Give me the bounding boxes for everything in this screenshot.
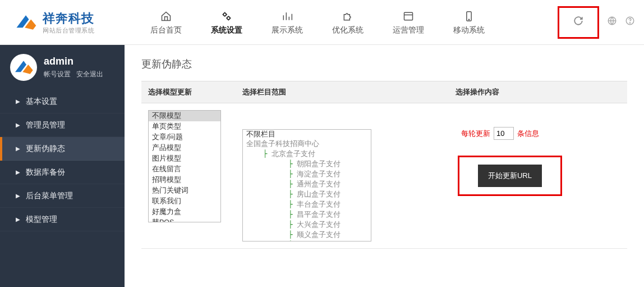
content-area: 更新伪静态 选择模型更新 选择栏目范围 选择操作内容 不限模型单页类型文章/问题…	[125, 45, 644, 287]
svg-point-1	[227, 16, 230, 19]
model-option[interactable]: 产品模型	[149, 143, 220, 153]
batch-suffix-label: 条信息	[517, 129, 539, 139]
tree-option[interactable]: ├ 丰台盒子支付	[243, 199, 371, 209]
svg-rect-2	[404, 12, 413, 20]
logo-mark-icon	[13, 10, 38, 35]
model-option[interactable]: 图片模型	[149, 153, 220, 164]
tree-option[interactable]: ├ 房山盒子支付	[243, 189, 371, 199]
tree-option[interactable]: 全国盒子科技招商中心	[243, 139, 371, 149]
caret-right-icon: ▶	[16, 145, 20, 152]
sidebar-item-label: 数据库备份	[26, 167, 65, 177]
header-col-model: 选择模型更新	[141, 81, 236, 103]
tree-option[interactable]: ├ 海淀盒子支付	[243, 169, 371, 179]
model-option[interactable]: 好魔力盒	[149, 207, 220, 217]
sidebar-item-1[interactable]: ▶管理员管理	[0, 113, 125, 137]
model-option[interactable]: 慧POS	[149, 217, 220, 222]
sidebar-item-label: 管理员管理	[26, 120, 65, 130]
nav-item-0[interactable]: 后台首页	[136, 6, 196, 39]
page-title: 更新伪静态	[141, 57, 627, 71]
mobile-icon	[439, 10, 499, 23]
home-icon	[136, 10, 196, 23]
nav-label: 优化系统	[318, 25, 378, 35]
nav-item-2[interactable]: 展示系统	[257, 6, 318, 39]
nav-label: 运营管理	[378, 25, 439, 35]
avatar	[10, 54, 37, 81]
nav-item-5[interactable]: 移动系统	[439, 6, 499, 39]
tree-option[interactable]: ├ 顺义盒子支付	[243, 230, 371, 240]
logo-subtitle: 网站后台管理系统	[43, 26, 94, 35]
tree-option[interactable]: ├ 昌平盒子支付	[243, 209, 371, 220]
refresh-highlight-box	[558, 6, 599, 39]
sidebar-item-5[interactable]: ▶模型管理	[0, 208, 125, 231]
sidebar: admin 帐号设置安全退出 ▶基本设置▶管理员管理▶更新伪静态▶数据库备份▶后…	[0, 45, 125, 287]
section-header: 选择模型更新 选择栏目范围 选择操作内容	[141, 81, 627, 103]
top-bar: 祥奔科技 网站后台管理系统 后台首页系统设置展示系统优化系统运营管理移动系统	[0, 0, 644, 45]
top-nav: 后台首页系统设置展示系统优化系统运营管理移动系统	[136, 6, 499, 39]
svg-point-7	[629, 22, 630, 23]
model-option[interactable]: 文章/问题	[149, 132, 220, 143]
caret-right-icon: ▶	[16, 122, 20, 128]
user-block: admin 帐号设置安全退出	[0, 45, 125, 90]
refresh-icon[interactable]	[573, 16, 583, 29]
side-menu: ▶基本设置▶管理员管理▶更新伪静态▶数据库备份▶后台菜单管理▶模型管理	[0, 90, 125, 231]
sidebar-item-0[interactable]: ▶基本设置	[0, 90, 125, 113]
puzzle-icon	[318, 10, 378, 23]
model-option[interactable]: 不限模型	[149, 111, 220, 121]
batch-size-row: 每轮更新 条信息	[461, 127, 620, 140]
gears-icon	[196, 10, 257, 23]
model-option[interactable]: 热门关键词	[149, 185, 220, 196]
batch-size-input[interactable]	[494, 127, 514, 140]
tree-option[interactable]: ├ 通州盒子支付	[243, 179, 371, 189]
tree-option[interactable]: ├ 大兴盒子支付	[243, 220, 371, 230]
logout-link[interactable]: 安全退出	[76, 70, 103, 78]
update-button-highlight-box: 开始更新URL	[458, 156, 562, 196]
account-settings-link[interactable]: 帐号设置	[44, 70, 71, 78]
logo: 祥奔科技 网站后台管理系统	[13, 10, 126, 35]
caret-right-icon: ▶	[16, 216, 20, 222]
model-option[interactable]: 在线留言	[149, 164, 220, 175]
globe-icon[interactable]	[607, 16, 617, 29]
model-option[interactable]: 招聘模型	[149, 175, 220, 185]
bars-icon	[257, 10, 318, 23]
start-update-button[interactable]: 开始更新URL	[478, 165, 542, 187]
caret-right-icon: ▶	[16, 98, 20, 104]
user-name: admin	[44, 56, 109, 67]
model-option[interactable]: 联系我们	[149, 196, 220, 207]
sidebar-item-label: 模型管理	[26, 215, 57, 225]
sidebar-item-label: 更新伪静态	[26, 144, 65, 154]
nav-item-1[interactable]: 系统设置	[196, 6, 257, 39]
caret-right-icon: ▶	[16, 193, 20, 199]
sidebar-item-label: 基本设置	[26, 97, 57, 107]
help-icon[interactable]	[625, 16, 635, 29]
category-treebox[interactable]: 不限栏目全国盒子科技招商中心 ├ 北京盒子支付 ├ 朝阳盒子支付 ├ 海淀盒子支…	[242, 129, 371, 242]
nav-label: 移动系统	[439, 25, 499, 35]
header-col-scope: 选择栏目范围	[236, 81, 449, 103]
caret-right-icon: ▶	[16, 169, 20, 175]
nav-item-4[interactable]: 运营管理	[378, 6, 439, 39]
nav-label: 展示系统	[257, 25, 318, 35]
tree-option[interactable]: ├ 西城盒子支付	[243, 240, 371, 242]
tree-option[interactable]: ├ 北京盒子支付	[243, 149, 371, 159]
svg-point-0	[223, 13, 226, 16]
header-col-action: 选择操作内容	[449, 81, 627, 103]
sidebar-item-2[interactable]: ▶更新伪静态	[0, 137, 125, 161]
tree-option[interactable]: ├ 朝阳盒子支付	[243, 159, 371, 169]
nav-item-3[interactable]: 优化系统	[318, 6, 378, 39]
nav-label: 后台首页	[136, 25, 196, 35]
svg-point-4	[468, 19, 469, 20]
sidebar-item-3[interactable]: ▶数据库备份	[0, 161, 125, 184]
sidebar-item-4[interactable]: ▶后台菜单管理	[0, 184, 125, 208]
top-actions	[558, 6, 635, 39]
logo-title: 祥奔科技	[43, 10, 94, 27]
batch-prefix-label: 每轮更新	[461, 129, 490, 139]
model-listbox[interactable]: 不限模型单页类型文章/问题产品模型图片模型在线留言招聘模型热门关键词联系我们好魔…	[148, 110, 221, 222]
sidebar-item-label: 后台菜单管理	[26, 191, 73, 201]
nav-label: 系统设置	[196, 25, 257, 35]
window-icon	[378, 10, 439, 23]
model-option[interactable]: 单页类型	[149, 121, 220, 132]
tree-option[interactable]: 不限栏目	[243, 130, 371, 139]
